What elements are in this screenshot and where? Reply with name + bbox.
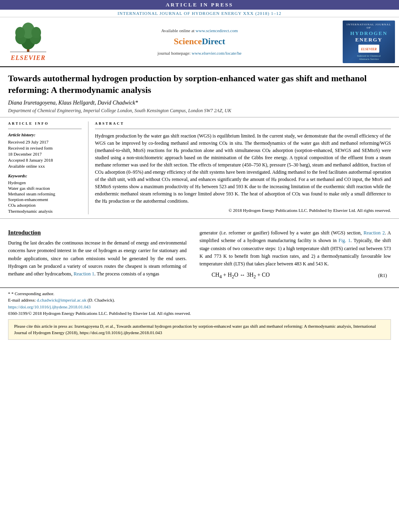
footnote-doi-link[interactable]: https://doi.org/10.1016/j.ijhydene.2018.… [8,304,90,309]
journal-homepage-text: journal homepage: www.elsevier.com/locat… [158,51,242,55]
available-online-text: Available online at www.sciencedirect.co… [161,28,238,33]
history-accepted: Accepted 8 January 2018 [8,158,82,162]
history-online: Available online xxx [8,164,82,168]
info-divider [8,129,82,129]
footnote-star-symbol: * [8,291,11,296]
intro-paragraph-right: generator (i.e. reformer or gasifier) fo… [200,229,391,268]
keyword-thermodynamic: Thermodynamic analysis [8,209,82,214]
article-title-section: Towards autothermal hydrogen production … [0,67,399,117]
reaction1-link[interactable]: Reaction 1 [74,271,95,277]
cover-international-label: INTERNATIONAL JOURNAL OF [345,23,393,29]
svg-point-5 [15,27,25,38]
affiliation-line: Department of Chemical Engineering, Impe… [8,108,391,114]
history-label: Article history: [8,132,82,137]
abstract-section-label: ABSTRACT [95,121,391,125]
spacer [0,219,399,225]
sciencedirect-url-link[interactable]: www.sciencedirect.com [195,28,238,33]
footnote-corresponding: * * Corresponding author. [8,290,391,297]
abstract-divider [95,129,391,129]
center-info: Available online at www.sciencedirect.co… [56,21,343,63]
reaction2-link[interactable]: Reaction 2 [364,230,385,236]
journal-header-bar: INTERNATIONAL JOURNAL OF HYDROGEN ENERGY… [0,10,399,17]
article-in-press-bar: ARTICLE IN PRESS [0,0,399,10]
cover-hydrogen-label: HYDROGEN [350,30,388,37]
issn-line: 0360-3199/© 2018 Hydrogen Energy Publica… [8,310,391,317]
footnote-email-line: E-mail address: d.chadwick@imperial.ac.u… [8,297,391,304]
keyword-sorption: Sorption-enhancement [8,197,82,202]
authors-line: Diana Iruretagoyena, Klaus Hellgardt, Da… [8,100,391,106]
body-section: Introduction During the last decades the… [0,225,399,288]
keyword-methanol: Methanol steam reforming [8,191,82,196]
equation-formula: CH4 + H2O ↔ 3H2 + CO [212,272,270,279]
cover-energy-label: ENERGY [355,37,383,43]
introduction-heading: Introduction [8,229,187,236]
equation-line: CH4 + H2O ↔ 3H2 + CO (R1) [212,272,391,279]
footnote-email-link[interactable]: d.chadwick@imperial.ac.uk [37,298,87,302]
history-revised-date: 18 December 2017 [8,152,82,156]
intro-paragraph-left: During the last decades the continuous i… [8,239,187,278]
top-section: ELSEVIER Available online at www.science… [0,17,399,67]
keyword-hydrogen: Hydrogen [8,180,82,185]
journal-homepage-link[interactable]: www.elsevier.com/locate/he [192,51,242,55]
cover-elsevier-small: ELSEVIER [358,45,379,53]
main-content: ARTICLE INFO Article history: Received 2… [0,117,399,219]
keyword-wgs: Water gas shift reaction [8,186,82,191]
equation-number: (R1) [378,273,387,279]
sciencedirect-logo: ScienceDirect [174,36,225,47]
svg-point-6 [31,27,41,38]
article-info-section-label: ARTICLE INFO [8,121,82,125]
elsevier-logo: ELSEVIER [4,21,56,63]
keyword-co2: CO₂ adsorption [8,203,82,208]
footnote-section: * * Corresponding author. E-mail address… [0,288,399,319]
cover-small-text: Indexed in ChemicalAbstracts Service [357,54,380,61]
body-left-column: Introduction During the last decades the… [8,229,193,283]
body-right-column: generator (i.e. reformer or gasifier) fo… [193,229,391,283]
abstract-text: Hydrogen production by the water gas shi… [95,132,391,205]
copyright-line: © 2018 Hydrogen Energy Publications LLC.… [95,208,391,213]
keywords-label: Keywords: [8,173,82,178]
elsevier-tree-icon [8,23,48,53]
abstract-panel: ABSTRACT Hydrogen production by the wate… [88,121,391,214]
article-title: Towards autothermal hydrogen production … [8,73,391,96]
citation-box: Please cite this article in press as: Ir… [8,319,391,340]
history-received: Received 29 July 2017 [8,140,82,144]
footnote-doi-line: https://doi.org/10.1016/j.ijhydene.2018.… [8,304,391,310]
fig1-link[interactable]: Fig. 1 [339,238,351,243]
journal-cover-image: INTERNATIONAL JOURNAL OF HYDROGEN ENERGY… [343,21,395,63]
article-info-panel: ARTICLE INFO Article history: Received 2… [8,121,88,214]
history-revised-label: Received in revised form [8,146,82,150]
elsevier-wordmark: ELSEVIER [11,54,45,62]
